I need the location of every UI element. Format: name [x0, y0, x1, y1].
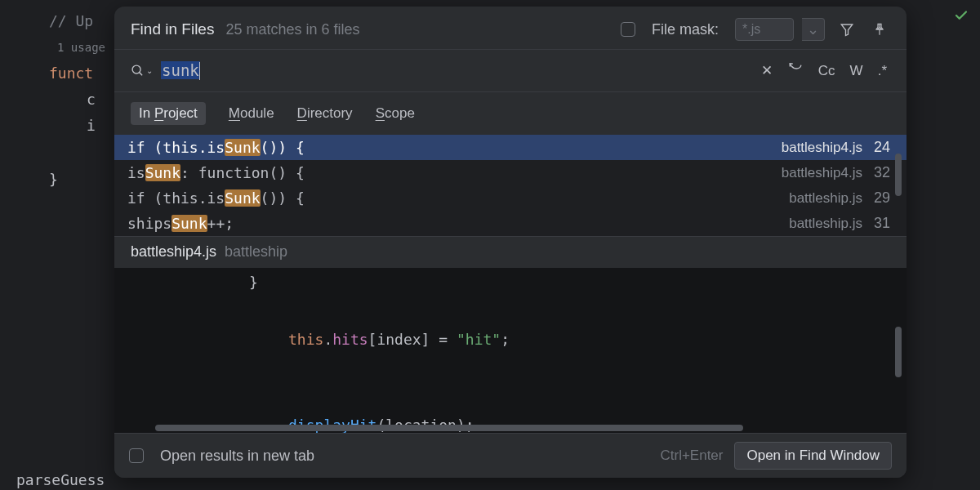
file-mask-dropdown[interactable]: ⌄ — [802, 18, 825, 41]
preview-line: } — [196, 268, 906, 296]
result-row[interactable]: shipsSunk++;battleship.js31 — [114, 211, 906, 236]
preview-project: battleship — [225, 243, 287, 261]
regex-toggle[interactable]: .* — [875, 61, 890, 81]
result-line-number: 32 — [874, 164, 890, 181]
result-filename: battleship.js — [789, 216, 862, 232]
inspection-ok-icon[interactable] — [954, 7, 969, 28]
result-row[interactable]: isSunk: function() {battleship4.js32 — [114, 160, 906, 185]
dialog-title: Find in Files — [131, 20, 214, 38]
dialog-footer: Open results in new tab Ctrl+Enter Open … — [114, 433, 906, 478]
editor-brace: } — [49, 171, 58, 188]
find-in-files-dialog: Find in Files 25 matches in 6 files File… — [114, 7, 906, 478]
preview-filename: battleship4.js — [131, 243, 216, 261]
open-in-find-window-button[interactable]: Open in Find Window — [734, 442, 892, 470]
result-filename: battleship4.js — [782, 165, 862, 181]
results-scrollbar[interactable] — [895, 154, 903, 252]
result-line-number: 31 — [874, 215, 890, 232]
scope-in-project[interactable]: In Project — [131, 102, 206, 125]
result-code: shipsSunk++; — [127, 215, 782, 232]
shortcut-hint: Ctrl+Enter — [660, 448, 723, 464]
editor-bottom-token: parseGuess — [16, 471, 105, 488]
filter-icon[interactable] — [836, 19, 858, 40]
result-row[interactable]: if (this.isSunk()) {battleship4.js24 — [114, 135, 906, 160]
clear-search-icon[interactable]: ✕ — [758, 60, 776, 81]
open-in-new-tab-checkbox[interactable] — [129, 448, 144, 463]
file-mask-checkbox[interactable] — [621, 22, 635, 37]
scope-row: In Project Module Directory Scope — [114, 92, 906, 135]
result-code: if (this.isSunk()) { — [127, 189, 782, 207]
result-filename: battleship.js — [789, 190, 862, 207]
code-preview[interactable]: } this.hits[index] = "hit"; displayHit(l… — [114, 267, 906, 433]
search-input[interactable]: sunk — [161, 61, 750, 81]
preview-h-scrollbar[interactable] — [122, 425, 776, 433]
result-line-number: 29 — [874, 189, 890, 207]
open-in-new-tab-label: Open results in new tab — [160, 448, 314, 465]
dialog-header: Find in Files 25 matches in 6 files File… — [114, 7, 906, 49]
match-count: 25 matches in 6 files — [225, 21, 359, 38]
pin-icon[interactable] — [869, 19, 890, 40]
editor-token: i — [87, 117, 96, 134]
svg-marker-0 — [841, 24, 853, 36]
file-mask-label: File mask: — [652, 21, 719, 38]
preview-v-scrollbar[interactable] — [895, 327, 903, 392]
match-case-toggle[interactable]: Cc — [815, 61, 839, 81]
whole-word-toggle[interactable]: W — [847, 61, 866, 81]
result-code: if (this.isSunk()) { — [127, 139, 775, 156]
search-icon[interactable]: ⌄ — [131, 64, 153, 78]
result-filename: battleship4.js — [782, 140, 862, 156]
result-line-number: 24 — [874, 139, 890, 156]
svg-point-1 — [132, 65, 140, 74]
preview-line: this.hits[index] = "hit"; — [196, 296, 906, 382]
search-row: ⌄ sunk ✕ Cc W .* — [114, 49, 906, 92]
result-row[interactable]: if (this.isSunk()) {battleship.js29 — [114, 185, 906, 211]
file-mask-input[interactable]: *.js — [735, 18, 794, 41]
svg-line-2 — [140, 73, 143, 76]
search-history-icon[interactable] — [784, 60, 807, 82]
editor-token: c — [87, 91, 96, 108]
preview-header: battleship4.js battleship — [114, 236, 906, 267]
scope-directory[interactable]: Directory — [297, 105, 353, 122]
search-term: sunk — [161, 61, 200, 79]
editor-keyword: funct — [49, 65, 93, 82]
result-code: isSunk: function() { — [127, 164, 775, 181]
scope-module[interactable]: Module — [229, 105, 274, 122]
scope-scope[interactable]: Scope — [376, 105, 415, 122]
results-list: if (this.isSunk()) {battleship4.js24isSu… — [114, 135, 906, 236]
